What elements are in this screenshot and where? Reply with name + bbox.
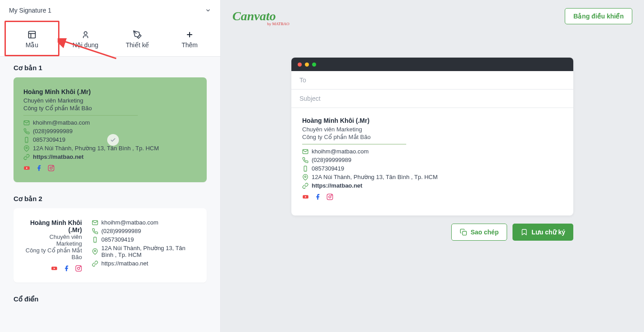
sig-divider [302, 144, 406, 144]
email-window-header [291, 58, 573, 71]
sig-company: Công ty Cổ phần Mắt Bão [302, 134, 562, 140]
copy-button[interactable]: Sao chép [451, 224, 507, 241]
facebook-icon [63, 265, 70, 272]
minimize-dot [305, 63, 309, 67]
svg-rect-0 [28, 31, 35, 38]
tab-design[interactable]: Thiết kế [112, 21, 164, 56]
sig-website: https://matbao.net [302, 182, 562, 189]
sig-address: 12A Núi Thành, Phường 13, Tân Bình , Tp.… [23, 145, 197, 152]
main-area: Canvato by MATBAO Bảng điều khiển To Sub… [221, 0, 644, 332]
template-icon [27, 30, 36, 39]
topbar: Canvato by MATBAO Bảng điều khiển [221, 0, 644, 27]
tab-add[interactable]: Thêm [163, 21, 216, 56]
sig-title: Chuyên viên Marketing [302, 126, 562, 133]
link-icon [23, 154, 30, 160]
bookmark-icon [521, 229, 528, 236]
svg-point-10 [26, 147, 27, 149]
svg-point-3 [84, 31, 87, 35]
youtube-icon [51, 265, 58, 272]
template-card-basic2[interactable]: Hoàng Minh Khôi (.Mr) Chuyên viên Market… [14, 208, 207, 283]
dashboard-button[interactable]: Bảng điều khiển [565, 8, 632, 24]
template-card-basic1[interactable]: Hoàng Minh Khôi (.Mr) Chuyên viên Market… [14, 77, 207, 182]
mobile-icon [302, 166, 308, 172]
mail-icon [92, 220, 98, 226]
svg-point-32 [329, 196, 331, 198]
instagram-icon [75, 265, 82, 272]
logo: Canvato by MATBAO [232, 9, 276, 23]
instagram-icon [48, 165, 54, 171]
socials [302, 193, 562, 200]
youtube-icon [302, 193, 309, 200]
actions: Sao chép Lưu chữ ký [291, 224, 573, 241]
signature-select-label: My Signature 1 [9, 7, 51, 14]
sig-divider [23, 115, 138, 116]
svg-rect-26 [304, 166, 307, 171]
tab-label: Thêm [181, 41, 198, 49]
youtube-icon [23, 165, 30, 171]
template-right: khoihm@matbao.com (028)99999989 08573094… [92, 219, 197, 272]
email-body: Hoàng Minh Khôi (.Mr) Chuyên viên Market… [291, 108, 573, 215]
template-section-title: Cơ bản 1 [14, 64, 207, 72]
close-dot [298, 63, 302, 67]
tab-label: Thiết kế [126, 41, 149, 49]
facebook-icon [36, 165, 42, 171]
sig-company: Công ty Cổ phần Mắt Bão [23, 247, 82, 260]
phone-icon [92, 228, 98, 234]
link-icon [302, 183, 308, 189]
check-icon [107, 134, 119, 146]
pin-icon [23, 145, 30, 152]
sig-company: Công ty Cổ phần Mắt Bão [23, 105, 197, 112]
sig-address: 12A Núi Thành, Phường 13, Tân Bình , Tp.… [92, 245, 197, 258]
sig-title: Chuyên viên Marketing [23, 233, 82, 247]
sig-phone: (028)99999989 [302, 157, 562, 163]
phone-icon [302, 157, 308, 163]
sig-email: khoihm@matbao.com [92, 219, 197, 226]
sig-email: khoihm@matbao.com [302, 148, 562, 155]
mobile-icon [92, 237, 98, 243]
socials [23, 165, 197, 171]
signature-select[interactable]: My Signature 1 [0, 0, 220, 21]
sig-phone: (028)99999989 [23, 128, 197, 135]
template-left: Hoàng Minh Khôi (.Mr) Chuyên viên Market… [23, 219, 82, 272]
tabs: Mẫu Nội dung Thiết kế Thêm [0, 21, 220, 57]
sig-name: Hoàng Minh Khôi (.Mr) [302, 117, 562, 124]
pin-icon [92, 248, 98, 255]
tab-content[interactable]: Nội dung [59, 21, 112, 56]
phone-icon [23, 128, 30, 135]
pen-icon [133, 30, 142, 39]
sig-email: khoihm@matbao.com [23, 119, 197, 126]
template-section-title: Cổ điển [14, 295, 207, 303]
svg-point-15 [53, 166, 53, 166]
tab-template[interactable]: Mẫu [5, 21, 59, 56]
plus-icon [185, 30, 194, 39]
sig-mobile: 0857309419 [92, 236, 197, 243]
maximize-dot [312, 63, 316, 67]
facebook-icon [314, 193, 321, 200]
svg-rect-34 [463, 231, 467, 235]
svg-point-20 [80, 266, 81, 267]
email-subject-field[interactable]: Subject [291, 90, 573, 108]
person-icon [81, 30, 90, 39]
mobile-icon [23, 137, 30, 143]
sig-website: https://matbao.net [92, 260, 197, 267]
email-to-field[interactable]: To [291, 71, 573, 90]
template-section-title: Cơ bản 2 [14, 195, 207, 203]
sig-title: Chuyên viên Marketing [23, 97, 197, 104]
svg-point-28 [304, 176, 306, 178]
sig-phone: (028)99999989 [92, 228, 197, 234]
mail-icon [23, 120, 30, 126]
svg-point-24 [94, 250, 96, 252]
sig-mobile: 0857309419 [302, 165, 562, 172]
pin-icon [302, 174, 308, 180]
svg-point-19 [77, 267, 80, 269]
mail-icon [302, 148, 308, 155]
sidebar: My Signature 1 Mẫu Nội dung Thiết kế Thê… [0, 0, 221, 332]
preview-wrap: To Subject Hoàng Minh Khôi (.Mr) Chuyên … [221, 27, 644, 332]
templates-list[interactable]: Cơ bản 1 Hoàng Minh Khôi (.Mr) Chuyên vi… [0, 57, 220, 332]
save-button[interactable]: Lưu chữ ký [512, 224, 573, 241]
instagram-icon [327, 193, 333, 200]
tab-label: Nội dung [73, 41, 98, 49]
email-preview: To Subject Hoàng Minh Khôi (.Mr) Chuyên … [291, 58, 573, 215]
svg-point-14 [50, 167, 52, 169]
sig-name: Hoàng Minh Khôi (.Mr) [23, 88, 197, 95]
